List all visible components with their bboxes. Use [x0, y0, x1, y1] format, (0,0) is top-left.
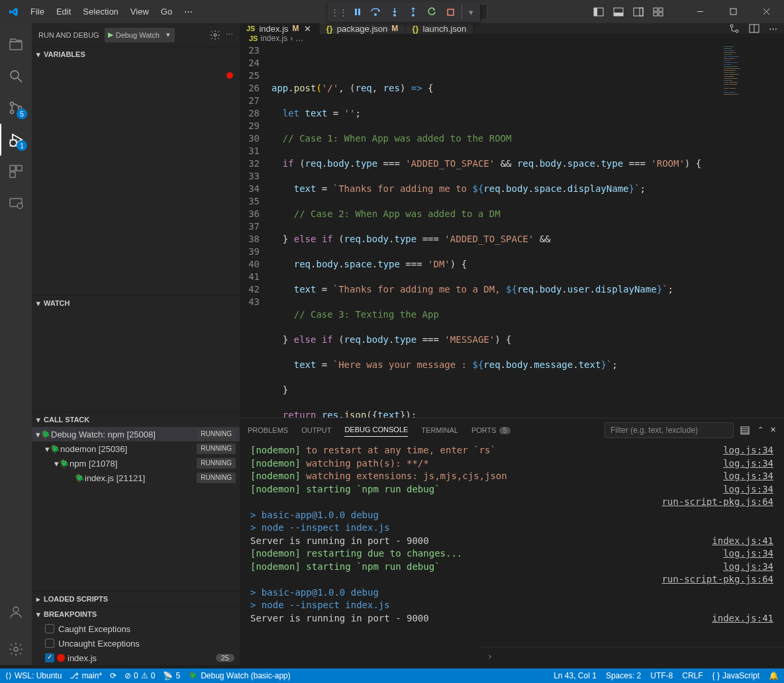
status-remote[interactable]: ⟨⟩WSL: Ubuntu [5, 671, 62, 680]
debug-config-label: Debug Watch [116, 31, 160, 39]
status-ports[interactable]: 📡5 [163, 671, 180, 680]
checkbox-checked-icon[interactable] [45, 653, 54, 662]
chevron-up-icon[interactable]: ⌃ [758, 426, 763, 434]
section-loaded-scripts[interactable]: ▸LOADED SCRIPTS [32, 592, 240, 606]
window-close[interactable] [754, 0, 779, 23]
layout-primary-icon[interactable] [593, 7, 604, 17]
activity-search[interactable] [0, 60, 32, 92]
debug-step-out-icon[interactable] [406, 5, 420, 19]
callstack-process[interactable]: ▾🪲nodemon [25036]RUNNING [32, 441, 240, 456]
tab-index-js[interactable]: JSindex.jsM✕ [240, 23, 320, 34]
menu-edit[interactable]: Edit [51, 3, 76, 21]
layout-customize-icon[interactable] [653, 7, 663, 17]
status-language[interactable]: { }JavaScript [712, 671, 760, 680]
debug-select-session-icon[interactable]: ▾ [462, 5, 476, 19]
status-cursor-pos[interactable]: Ln 43, Col 1 [554, 671, 597, 680]
status-sync[interactable]: ⟳ [110, 671, 117, 680]
debug-console-output[interactable]: [nodemon] to restart at any time, enter … [240, 441, 784, 665]
debug-restart-icon[interactable] [424, 5, 439, 19]
compare-changes-icon[interactable] [729, 23, 740, 34]
checkbox-unchecked-icon[interactable] [45, 639, 54, 648]
antenna-icon: 📡 [163, 671, 173, 680]
console-row: [nodemon] watching path(s): **/*log.js:3… [250, 457, 773, 471]
source-link[interactable]: log.js:34 [723, 561, 773, 574]
status-problems[interactable]: ⊘0 ⚠0 [124, 671, 155, 680]
source-link[interactable]: log.js:34 [723, 547, 773, 561]
activity-scm[interactable]: 5 [0, 92, 32, 124]
debug-step-into-icon[interactable] [387, 5, 402, 19]
panel-tab-terminal[interactable]: TERMINAL [421, 424, 458, 437]
debug-config-selector[interactable]: ▶ Debug Watch ▾ [105, 28, 175, 42]
bp-file-entry[interactable]: index.js25 [36, 651, 240, 665]
source-link[interactable]: log.js:34 [723, 457, 773, 471]
debug-console-input[interactable]: › [479, 647, 784, 665]
status-encoding[interactable]: UTF-8 [650, 671, 673, 680]
bp-uncaught-exceptions[interactable]: Uncaught Exceptions [36, 636, 240, 651]
gear-icon[interactable] [210, 30, 220, 40]
debug-pause-icon[interactable] [350, 5, 365, 19]
source-link[interactable]: index.js:41 [712, 612, 773, 625]
source-link[interactable]: run-script-pkg.js:64 [662, 573, 773, 586]
status-branch[interactable]: ⎇main* [70, 671, 102, 680]
window-minimize[interactable] [687, 0, 712, 23]
activity-remote[interactable] [0, 187, 32, 219]
section-breakpoints[interactable]: ▾BREAKPOINTS [32, 607, 240, 621]
bp-caught-exceptions[interactable]: Caught Exceptions [36, 621, 240, 636]
status-spaces[interactable]: Spaces: 2 [606, 671, 641, 680]
window-maximize[interactable] [720, 0, 746, 23]
activity-settings[interactable] [0, 633, 32, 665]
activity-extensions[interactable] [0, 156, 32, 187]
ellipsis-icon[interactable]: ⋯ [226, 30, 233, 39]
source-link[interactable]: run-script-pkg.js:64 [662, 496, 773, 509]
activity-explorer[interactable] [0, 28, 32, 60]
layout-secondary-icon[interactable] [633, 7, 644, 17]
section-watch[interactable]: ▾WATCH [32, 296, 240, 310]
debug-stop-icon[interactable] [443, 5, 458, 19]
close-icon[interactable]: ✕ [770, 426, 776, 434]
debug-toolbar[interactable]: ⋮⋮ ▾ [328, 2, 480, 22]
panel-filter-input[interactable]: Filter (e.g. text, !exclude) [605, 422, 734, 438]
svg-rect-15 [358, 9, 360, 15]
source-link[interactable]: index.js:41 [712, 535, 773, 548]
debug-step-over-icon[interactable] [369, 5, 383, 19]
split-editor-icon[interactable] [749, 23, 760, 34]
layout-panel-icon[interactable] [613, 7, 624, 17]
menu-more[interactable]: ⋯ [179, 3, 198, 21]
breadcrumb[interactable]: JS index.js › … [240, 34, 784, 43]
source-link[interactable]: log.js:34 [723, 483, 773, 496]
status-eol[interactable]: CRLF [682, 671, 703, 680]
activity-debug[interactable]: 1 [0, 124, 32, 156]
callstack-process[interactable]: 🪲index.js [21121]RUNNING [32, 471, 240, 485]
more-actions-icon[interactable]: ⋯ [769, 24, 777, 34]
tab-launch-json[interactable]: {}launch.json [405, 23, 473, 34]
status-debug-session[interactable]: 🪲Debug Watch (basic-app) [188, 671, 291, 680]
activity-accounts[interactable] [0, 596, 32, 628]
menu-file[interactable]: File [25, 3, 50, 21]
callstack-process[interactable]: ▾🪲npm [21078]RUNNING [32, 456, 240, 471]
menu-view[interactable]: View [125, 3, 154, 21]
panel-tab-ports[interactable]: PORTS5 [471, 424, 511, 437]
checkbox-unchecked-icon[interactable] [45, 624, 54, 633]
tab-package-json[interactable]: {}package.jsonM [320, 23, 406, 34]
bottom-panel: PROBLEMS OUTPUT DEBUG CONSOLE TERMINAL P… [240, 418, 784, 665]
close-icon[interactable]: ✕ [303, 24, 313, 34]
debug-drag-handle-icon[interactable]: ⋮⋮ [332, 5, 346, 19]
svg-rect-21 [448, 9, 454, 15]
source-link[interactable]: log.js:34 [723, 444, 773, 457]
section-callstack[interactable]: ▾CALL STACK [32, 412, 240, 427]
error-icon: ⊘ [124, 671, 131, 680]
panel-tab-output[interactable]: OUTPUT [301, 424, 331, 437]
panel-tab-debug-console[interactable]: DEBUG CONSOLE [344, 423, 408, 437]
svg-point-18 [393, 14, 396, 17]
source-link[interactable]: log.js:34 [723, 470, 773, 483]
svg-point-25 [11, 111, 14, 114]
menu-selection[interactable]: Selection [77, 3, 123, 21]
remote-icon: ⟨⟩ [5, 671, 12, 680]
panel-tab-problems[interactable]: PROBLEMS [248, 424, 288, 437]
menu-go[interactable]: Go [156, 3, 177, 21]
status-notifications[interactable]: 🔔 [769, 671, 779, 680]
section-variables[interactable]: ▾VARIABLES [32, 47, 240, 62]
callstack-session[interactable]: ▾🪲Debug Watch: npm [25008]RUNNING [32, 427, 240, 441]
svg-line-23 [18, 78, 22, 82]
panel-clear-icon[interactable] [740, 425, 751, 435]
